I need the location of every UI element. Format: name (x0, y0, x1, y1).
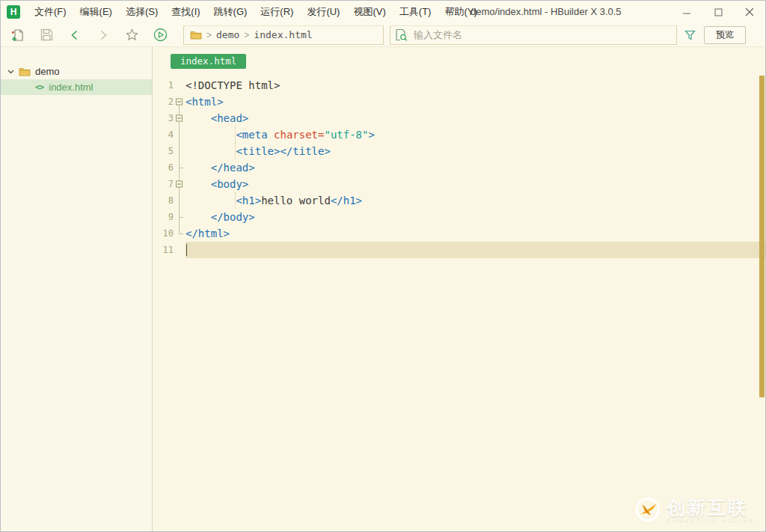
menu-bar: 文件(F)编辑(E)选择(S)查找(I)跳转(G)运行(R)发行(U)视图(V)… (28, 1, 484, 22)
menu-tools[interactable]: 工具(T) (393, 1, 438, 22)
star-icon[interactable] (117, 25, 146, 46)
tree-item-index-html[interactable]: <> index.html (1, 79, 152, 95)
forward-icon[interactable] (89, 25, 117, 46)
code-area[interactable]: 1<!DOCTYPE html>2<html>3 <head>4 <meta c… (153, 77, 765, 258)
fold-gutter (174, 242, 186, 258)
code-line-5[interactable]: 5 <title></title> (153, 143, 765, 159)
hbuilder-logo-icon: H (7, 5, 20, 19)
fold-toggle-icon[interactable] (174, 94, 186, 110)
file-search-box[interactable] (390, 25, 677, 45)
line-number: 11 (153, 242, 174, 258)
menu-file[interactable]: 文件(F) (28, 1, 73, 22)
line-number: 10 (153, 225, 174, 242)
code-text (186, 242, 765, 258)
folder-icon (190, 30, 202, 40)
menu-view[interactable]: 视图(V) (346, 1, 392, 22)
folder-label: demo (35, 66, 60, 77)
title-bar: H 文件(F)编辑(E)选择(S)查找(I)跳转(G)运行(R)发行(U)视图(… (1, 1, 765, 23)
line-number: 2 (153, 94, 174, 110)
fold-gutter (174, 225, 186, 242)
main-area: demo <> index.html index.html 1<!DOCTYPE… (1, 47, 765, 531)
code-text: </head> (186, 159, 765, 176)
close-button[interactable] (734, 1, 765, 23)
vertical-scrollbar[interactable] (759, 76, 765, 397)
code-line-1[interactable]: 1<!DOCTYPE html> (153, 77, 765, 94)
line-number: 4 (153, 126, 174, 143)
code-line-11[interactable]: 11 (153, 242, 765, 258)
fold-gutter (174, 209, 186, 225)
fold-gutter (174, 159, 186, 176)
minimize-button[interactable] (671, 1, 702, 23)
line-number: 1 (153, 77, 174, 94)
line-number: 7 (153, 176, 174, 192)
code-text: </html> (186, 225, 765, 242)
menu-find[interactable]: 查找(I) (165, 1, 206, 22)
file-label: index.html (49, 82, 93, 93)
fold-toggle-icon[interactable] (174, 110, 186, 126)
preview-button[interactable]: 预览 (704, 26, 746, 44)
file-search-icon (395, 28, 408, 41)
fold-gutter (174, 126, 186, 143)
folder-icon (19, 67, 31, 76)
tab-bar: index.html (153, 47, 765, 77)
chevron-right-icon: > (244, 30, 249, 40)
line-number: 3 (153, 110, 174, 126)
line-number: 9 (153, 209, 174, 225)
editor-pane: index.html 1<!DOCTYPE html>2<html>3 <hea… (153, 47, 765, 531)
code-line-9[interactable]: 9 </body> (153, 209, 765, 225)
code-line-3[interactable]: 3 <head> (153, 110, 765, 126)
tree-item-demo-folder[interactable]: demo (1, 64, 152, 79)
line-number: 5 (153, 143, 174, 159)
code-text: </body> (186, 209, 765, 225)
code-line-10[interactable]: 10</html> (153, 225, 765, 242)
new-file-icon[interactable] (4, 25, 32, 46)
code-text: <title></title> (186, 143, 765, 159)
window-title: demo/index.html - HBuilder X 3.0.5 (471, 1, 622, 23)
menu-goto[interactable]: 跳转(G) (207, 1, 254, 22)
text-cursor (186, 244, 187, 256)
code-text: <!DOCTYPE html> (186, 77, 765, 94)
project-sidebar: demo <> index.html (1, 47, 153, 531)
code-line-6[interactable]: 6 </head> (153, 159, 765, 176)
breadcrumb-folder[interactable]: demo (216, 29, 239, 40)
search-input[interactable] (414, 29, 672, 40)
menu-edit[interactable]: 编辑(E) (73, 1, 119, 22)
code-text: <html> (186, 94, 765, 110)
line-number: 6 (153, 159, 174, 176)
code-text: <head> (186, 110, 765, 126)
chevron-right-icon: > (206, 30, 212, 40)
code-tags-icon: <> (35, 82, 43, 92)
menu-run[interactable]: 运行(R) (254, 1, 300, 22)
code-text: <h1>hello world</h1> (186, 192, 765, 209)
chevron-down-icon (7, 70, 14, 74)
code-line-7[interactable]: 7 <body> (153, 176, 765, 192)
code-text: <meta charset="utf-8"> (186, 126, 765, 143)
code-line-8[interactable]: 8 <h1>hello world</h1> (153, 192, 765, 209)
maximize-button[interactable] (702, 1, 734, 23)
code-line-4[interactable]: 4 <meta charset="utf-8"> (153, 126, 765, 143)
back-icon[interactable] (61, 25, 89, 46)
breadcrumb-file[interactable]: index.html (254, 29, 312, 40)
breadcrumb[interactable]: > demo > index.html (183, 25, 384, 45)
fold-gutter (174, 143, 186, 159)
filter-icon[interactable] (677, 25, 702, 46)
fold-toggle-icon[interactable] (174, 176, 186, 192)
code-text: <body> (186, 176, 765, 192)
toolbar: > demo > index.html 预览 (1, 23, 765, 47)
line-number: 8 (153, 192, 174, 209)
menu-select[interactable]: 选择(S) (119, 1, 165, 22)
app-window: H 文件(F)编辑(E)选择(S)查找(I)跳转(G)运行(R)发行(U)视图(… (0, 0, 766, 532)
save-icon[interactable] (32, 25, 61, 46)
fold-gutter (174, 192, 186, 209)
window-controls (671, 1, 765, 23)
fold-gutter (174, 77, 186, 94)
tab-index-html[interactable]: index.html (171, 54, 246, 69)
code-line-2[interactable]: 2<html> (153, 94, 765, 110)
run-icon[interactable] (146, 25, 174, 46)
menu-publish[interactable]: 发行(U) (300, 1, 346, 22)
